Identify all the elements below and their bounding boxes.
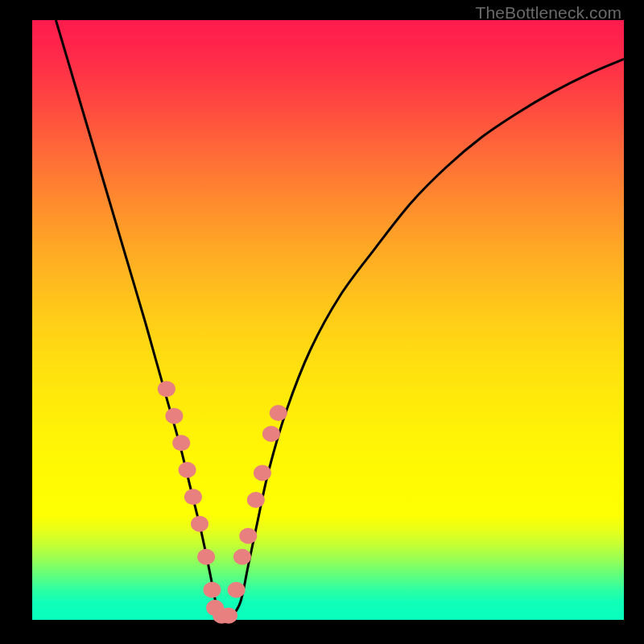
data-dot: [172, 435, 190, 451]
data-dot: [165, 408, 183, 424]
data-dot: [158, 381, 175, 397]
data-dot: [233, 549, 251, 565]
data-dot: [262, 426, 280, 442]
data-dot: [247, 492, 265, 508]
data-dot: [239, 528, 257, 544]
data-dot: [184, 489, 202, 505]
data-dot: [220, 608, 237, 624]
data-dot: [179, 462, 196, 478]
curve-series: [56, 20, 624, 619]
data-dot: [191, 516, 208, 532]
watermark-text: TheBottleneck.com: [476, 3, 621, 23]
data-dot: [254, 464, 271, 481]
data-dot: [270, 405, 287, 421]
dots-series: [158, 381, 287, 624]
curve-path: [56, 20, 624, 619]
chart-svg-layer: [32, 20, 624, 620]
chart-frame: TheBottleneck.com: [0, 0, 644, 644]
data-dot: [203, 582, 221, 598]
data-dot: [228, 582, 246, 598]
data-dot: [197, 549, 215, 565]
